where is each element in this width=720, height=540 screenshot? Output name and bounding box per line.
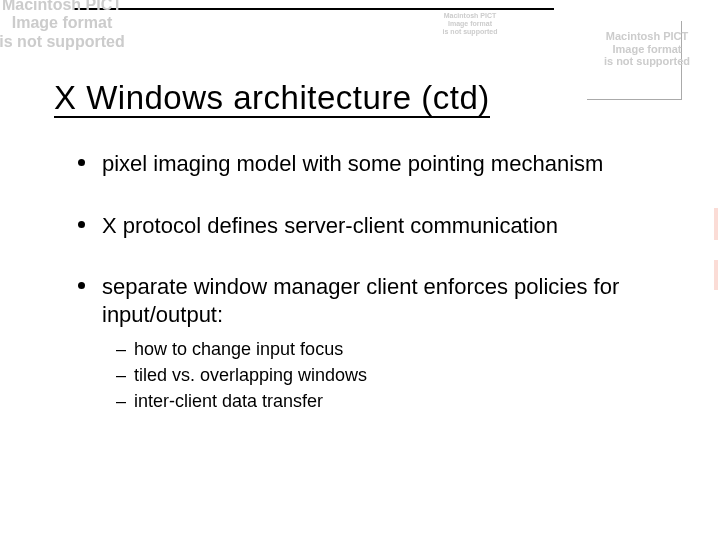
bullet-item: pixel imaging model with some pointing m…: [76, 150, 656, 178]
sub-text: inter-client data transfer: [134, 391, 323, 411]
sub-text: how to change input focus: [134, 339, 343, 359]
bullet-text: pixel imaging model with some pointing m…: [102, 151, 603, 176]
top-rule: [74, 8, 554, 10]
slide-content: pixel imaging model with some pointing m…: [76, 150, 656, 448]
pict-line: Macintosh PICT: [444, 12, 497, 19]
bullet-item: separate window manager client enforces …: [76, 273, 656, 414]
pict-line: is not supported: [443, 28, 498, 35]
slide-title: X Windows architecture (ctd): [54, 80, 490, 118]
sub-item: how to change input focus: [116, 336, 656, 362]
sub-item: tiled vs. overlapping windows: [116, 362, 656, 388]
pict-line: Macintosh PICT: [2, 0, 122, 13]
pict-line: Image format: [448, 20, 492, 27]
pict-line: is not supported: [0, 33, 125, 50]
sub-text: tiled vs. overlapping windows: [134, 365, 367, 385]
pink-artifact-1: [714, 208, 718, 240]
pict-missing-2: Macintosh PICT Image format is not suppo…: [410, 12, 530, 36]
slide: Macintosh PICT Image format is not suppo…: [0, 0, 720, 540]
bullet-text: separate window manager client enforces …: [102, 274, 619, 327]
sub-item: inter-client data transfer: [116, 388, 656, 414]
bullet-text: X protocol defines server-client communi…: [102, 213, 558, 238]
pink-artifact-2: [714, 260, 718, 290]
bullet-list: pixel imaging model with some pointing m…: [76, 150, 656, 414]
pict-box: [587, 21, 682, 100]
sub-list: how to change input focus tiled vs. over…: [102, 336, 656, 414]
pict-line: Image format: [12, 14, 112, 31]
bullet-item: X protocol defines server-client communi…: [76, 212, 656, 240]
